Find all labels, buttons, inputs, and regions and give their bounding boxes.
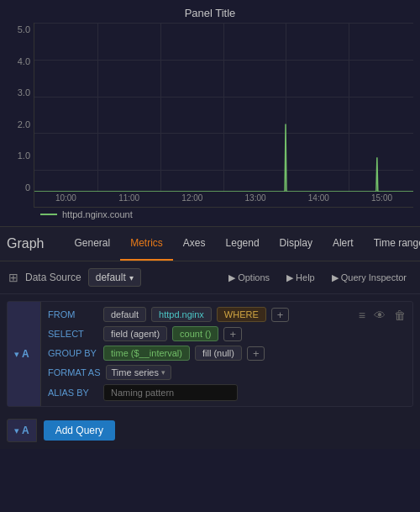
x-label-2: 12:00 <box>160 193 223 207</box>
x-label-0: 10:00 <box>34 193 97 207</box>
tab-alert[interactable]: Alert <box>323 227 364 261</box>
x-label-4: 14:00 <box>287 193 350 207</box>
y-label-5: 5.0 <box>18 24 30 34</box>
tab-general[interactable]: General <box>64 227 120 261</box>
y-label-3: 3.0 <box>18 87 30 98</box>
tab-time-range[interactable]: Time range <box>364 227 420 261</box>
query-panel: ⊞ Data Source default ▾ ▶ Options ▶ Help… <box>0 261 420 449</box>
hamburger-icon[interactable]: ≡ <box>357 307 367 324</box>
alias-input[interactable] <box>103 384 238 401</box>
select-field-tag[interactable]: field (agent) <box>103 326 167 341</box>
query-inspector-button[interactable]: ▶ Query Inspector <box>327 270 412 286</box>
datasource-label: Data Source <box>25 272 81 283</box>
chart-legend: httpd.nginx.count <box>7 208 413 223</box>
x-label-5: 15:00 <box>350 193 413 207</box>
chart-container: Panel Title 5.0 4.0 3.0 2.0 1.0 0 <box>0 0 420 226</box>
panel-label: Graph <box>7 236 54 251</box>
group-by-label: GROUP BY <box>48 348 98 358</box>
group-by-add-button[interactable]: + <box>247 346 265 361</box>
tab-legend[interactable]: Legend <box>216 227 270 261</box>
x-axis: 10:00 11:00 12:00 13:00 14:00 15:00 <box>34 192 413 207</box>
query-row-a: ▾ A FROM default httpd.nginx WHERE + SEL… <box>7 301 413 407</box>
row-label: A <box>22 348 29 360</box>
y-label-1: 1.0 <box>18 150 30 161</box>
legend-line-icon <box>40 214 57 215</box>
from-table-tag[interactable]: httpd.nginx <box>151 307 212 322</box>
tabs: General Metrics Axes Legend Display Aler… <box>64 227 420 261</box>
from-add-button[interactable]: + <box>271 308 290 322</box>
y-axis: 5.0 4.0 3.0 2.0 1.0 0 <box>7 23 34 208</box>
chart-svg <box>34 23 413 192</box>
where-tag[interactable]: WHERE <box>217 307 266 322</box>
qi-arrow-icon: ▶ <box>332 272 339 283</box>
trash-icon[interactable]: 🗑 <box>392 307 407 324</box>
options-button[interactable]: ▶ Options <box>223 270 275 286</box>
datasource-value: default <box>96 272 126 283</box>
row-toggle[interactable]: ▾ A <box>8 302 41 406</box>
query-row-header: ▾ A FROM default httpd.nginx WHERE + SEL… <box>8 302 412 406</box>
query-fields: FROM default httpd.nginx WHERE + SELECT … <box>41 302 352 406</box>
chart-area: 10:00 11:00 12:00 13:00 14:00 15:00 <box>34 23 413 208</box>
tab-display[interactable]: Display <box>270 227 323 261</box>
row-toggle-arrow: ▾ <box>14 349 19 360</box>
help-arrow-icon: ▶ <box>286 272 293 283</box>
add-row-label: A <box>22 425 29 436</box>
tab-axes[interactable]: Axes <box>173 227 216 261</box>
help-button[interactable]: ▶ Help <box>281 270 320 286</box>
format-as-label: FORMAT AS <box>48 367 101 377</box>
group-by-field-tag[interactable]: time ($__interval) <box>103 346 190 361</box>
alias-by-line: ALIAS BY <box>48 384 345 401</box>
y-label-2: 2.0 <box>18 119 30 129</box>
y-label-0: 0 <box>25 182 30 193</box>
row-actions: ≡ 👁 🗑 <box>352 302 412 406</box>
datasource-dropdown[interactable]: default ▾ <box>88 268 141 287</box>
from-label: FROM <box>48 309 98 319</box>
add-query-toggle[interactable]: ▾ A <box>7 419 37 442</box>
format-as-dropdown[interactable]: Time series ▾ <box>106 365 171 380</box>
select-add-button[interactable]: + <box>223 327 242 341</box>
x-label-3: 13:00 <box>224 193 287 207</box>
chart-wrapper: 5.0 4.0 3.0 2.0 1.0 0 <box>7 23 413 208</box>
datasource-arrow-icon: ▾ <box>129 273 134 282</box>
add-query-row: ▾ A Add Query <box>0 414 420 449</box>
from-line: FROM default httpd.nginx WHERE + <box>48 307 345 322</box>
from-db-tag[interactable]: default <box>103 307 146 322</box>
tab-metrics[interactable]: Metrics <box>120 227 173 261</box>
eye-icon[interactable]: 👁 <box>372 307 387 324</box>
format-as-line: FORMAT AS Time series ▾ <box>48 365 345 380</box>
format-as-arrow-icon: ▾ <box>161 368 165 377</box>
format-as-value: Time series <box>112 367 159 377</box>
select-line: SELECT field (agent) count () + <box>48 326 345 341</box>
group-by-fill-tag[interactable]: fill (null) <box>195 346 242 361</box>
select-label: SELECT <box>48 329 98 339</box>
query-icon: ⊞ <box>8 271 18 284</box>
legend-label: httpd.nginx.count <box>62 209 133 219</box>
y-label-4: 4.0 <box>18 56 30 66</box>
chart-title: Panel Title <box>7 7 413 19</box>
group-by-line: GROUP BY time ($__interval) fill (null) … <box>48 346 345 361</box>
select-func-tag[interactable]: count () <box>172 326 218 341</box>
options-arrow-icon: ▶ <box>228 272 235 283</box>
add-row-arrow: ▾ <box>14 425 19 436</box>
query-toolbar: ⊞ Data Source default ▾ ▶ Options ▶ Help… <box>0 261 420 294</box>
tab-bar: Graph General Metrics Axes Legend Displa… <box>0 226 420 261</box>
add-query-button[interactable]: Add Query <box>44 420 115 441</box>
x-label-1: 11:00 <box>97 193 160 207</box>
alias-by-label: ALIAS BY <box>48 388 98 398</box>
